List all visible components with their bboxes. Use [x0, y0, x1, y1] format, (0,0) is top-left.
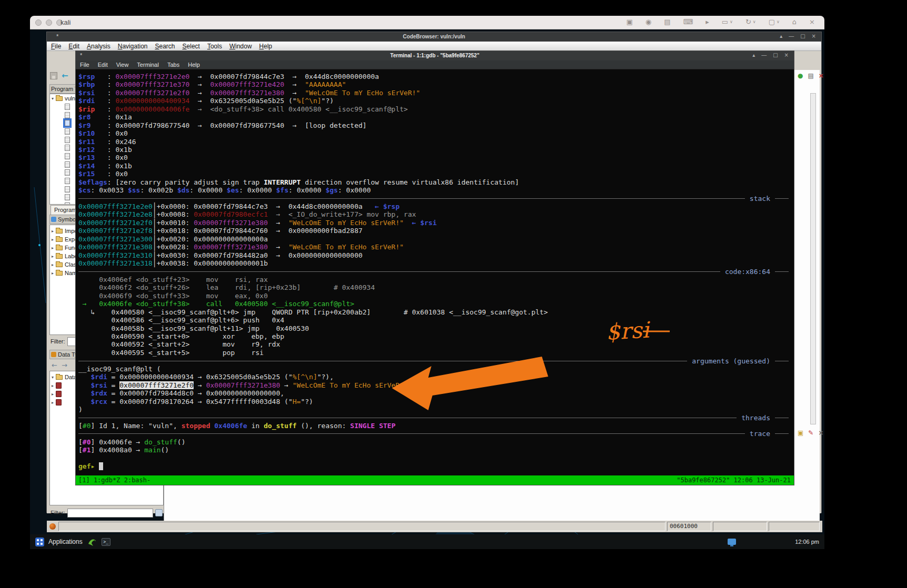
- menu-help[interactable]: Help: [259, 43, 273, 50]
- menu-window[interactable]: Window: [229, 43, 252, 50]
- nav-forward-icon[interactable]: →: [62, 361, 67, 369]
- menu-tools[interactable]: Tools: [207, 43, 222, 50]
- close-icon[interactable]: ×: [812, 33, 816, 39]
- terminal-text-segment: do_stuff: [264, 422, 297, 430]
- minimize-icon[interactable]: ▴: [752, 52, 755, 58]
- eye-icon[interactable]: ◉: [646, 18, 651, 26]
- terminal-output[interactable]: $rsp : 0x00007fff3271e2e0 → 0x00007fd798…: [76, 69, 794, 485]
- separator-line: [78, 271, 720, 272]
- kali-dragon-icon[interactable]: [87, 536, 97, 547]
- menu-navigation[interactable]: Navigation: [118, 43, 148, 50]
- expand-icon[interactable]: ▾: [50, 95, 55, 103]
- menu-edit[interactable]: Edit: [68, 43, 79, 50]
- terminal-text-segment: "WeLcOmE To mY EcHo sErVeR!": [305, 89, 420, 97]
- home-icon[interactable]: ⌂: [792, 18, 797, 26]
- menu-select[interactable]: Select: [183, 43, 200, 50]
- snapshot-icon[interactable]: ▣: [798, 429, 803, 437]
- nav-back-icon[interactable]: ←: [52, 361, 57, 369]
- close-icon[interactable]: ×: [818, 429, 823, 437]
- terminal-line: $rdx = 0x00007fd79844d8c0 → 0x0000000000…: [78, 389, 791, 397]
- separator-line: [78, 433, 745, 434]
- archive-icon: [56, 399, 62, 405]
- save-icon[interactable]: [50, 72, 57, 79]
- terminal-line: $cs: 0x0033 $ss: 0x002b $ds: 0x0000 $es:…: [78, 186, 791, 194]
- section-label: trace: [750, 430, 770, 438]
- expand-icon[interactable]: ▸: [50, 244, 55, 252]
- close-icon[interactable]: ×: [819, 72, 824, 79]
- file-menu-button[interactable]: ▢∨: [769, 18, 780, 26]
- grid-icon[interactable]: ▤: [808, 72, 813, 79]
- terminal-titlebar[interactable]: * Terminal - 1:1:gdb - "5ba9fe867252" ▴ …: [76, 51, 794, 60]
- display-menu-button[interactable]: ▭∨: [722, 18, 733, 26]
- maximize-icon[interactable]: ―: [789, 33, 794, 39]
- terminal-text-segment: $r12: [78, 146, 95, 154]
- snapshot-menu-button[interactable]: ↻∨: [745, 18, 756, 26]
- folder-icon[interactable]: ▤: [664, 18, 670, 26]
- menu-file[interactable]: File: [51, 43, 61, 50]
- filter-options-icon[interactable]: [155, 509, 163, 516]
- expand-icon[interactable]: ▸: [50, 252, 55, 260]
- expand-icon[interactable]: ▸: [50, 227, 55, 235]
- expand-icon[interactable]: ▾: [50, 373, 55, 381]
- menu-file[interactable]: File: [80, 62, 89, 68]
- minimize-icon[interactable]: ▴: [780, 33, 782, 39]
- edit-pencil-icon[interactable]: ✎: [808, 429, 813, 437]
- expand-icon[interactable]: ▸: [50, 399, 55, 407]
- close-icon[interactable]: ×: [809, 18, 815, 26]
- applications-menu-icon[interactable]: [35, 538, 44, 546]
- navigate-back-icon[interactable]: ←: [62, 72, 68, 79]
- pointer-icon[interactable]: ▸: [706, 18, 709, 26]
- expand-icon[interactable]: ▸: [50, 269, 55, 277]
- terminal-text-segment: ] 0x4008a0 →: [90, 446, 144, 454]
- file-icon: [65, 137, 70, 143]
- display-settings-icon[interactable]: [728, 539, 736, 545]
- separator-line: [78, 418, 737, 418]
- terminal-line: gef▸: [78, 462, 791, 470]
- expand-icon[interactable]: ▸: [50, 236, 55, 244]
- gef-section-separator: trace: [78, 430, 789, 438]
- file-icon: [65, 112, 70, 118]
- expand-icon[interactable]: ▸: [50, 390, 55, 398]
- menu-help[interactable]: Help: [188, 62, 200, 68]
- terminal-text-segment: 0x00007fff3271e308: [78, 243, 153, 251]
- terminal-line: $r9 : 0x00007fd798677540 → 0x00007fd7986…: [78, 121, 791, 129]
- close-window-button[interactable]: [35, 19, 42, 26]
- menu-edit[interactable]: Edit: [98, 62, 108, 68]
- terminal-text-segment: :: [95, 97, 115, 105]
- dtm-filter-input[interactable]: [67, 509, 154, 518]
- menu-analysis[interactable]: Analysis: [87, 43, 110, 50]
- terminal-text-segment: → 0x6325005d0a5e5b25 (": [189, 97, 297, 105]
- terminal-launcher-icon[interactable]: >_: [102, 538, 110, 546]
- menu-terminal[interactable]: Terminal: [137, 62, 159, 68]
- terminal-text-segment: : 0x0000: [239, 186, 276, 194]
- terminal-text-segment: [99, 462, 103, 470]
- maximize-icon[interactable]: ―: [761, 52, 767, 58]
- menu-tabs[interactable]: Tabs: [167, 62, 179, 68]
- expand-icon[interactable]: ▸: [50, 261, 55, 269]
- terminal-menubar: File Edit View Terminal Tabs Help: [76, 60, 794, 69]
- expand-icon[interactable]: ▸: [50, 382, 55, 390]
- section-label: arguments (guessed): [692, 357, 770, 365]
- minimize-window-button[interactable]: [46, 19, 52, 26]
- menu-view[interactable]: View: [116, 62, 129, 68]
- applications-menu-button[interactable]: Applications: [48, 538, 83, 545]
- vm-titlebar[interactable]: kali ▣ ◉ ▤ ⌨ ▸ ▭∨ ↻∨ ▢∨ ⌂ ×: [30, 16, 824, 29]
- file-icon: [65, 153, 70, 159]
- terminal-text-segment: : 0x1b: [95, 162, 132, 170]
- terminal-text-segment: $rsi: [78, 381, 107, 389]
- restore-icon[interactable]: □: [773, 52, 778, 58]
- screenshot-icon[interactable]: ▣: [627, 18, 633, 26]
- ghidra-titlebar[interactable]: * CodeBrowser: vuln:/vuln ▴ ― □ ×: [47, 32, 821, 42]
- terminal-text-segment: │+0x0038: 0x000000000000001b: [153, 259, 268, 267]
- terminal-text-segment: :: [95, 73, 115, 80]
- listing-scrollbar[interactable]: [810, 93, 816, 424]
- menu-search[interactable]: Search: [155, 43, 175, 50]
- restore-icon[interactable]: □: [800, 33, 805, 39]
- keyboard-icon[interactable]: ⌨: [683, 18, 693, 26]
- terminal-line: $r12 : 0x1b: [78, 146, 791, 154]
- terminal-line: __isoc99_scanf@plt (: [78, 365, 791, 373]
- close-icon[interactable]: ×: [784, 52, 789, 58]
- status-dot-icon[interactable]: ●: [798, 72, 803, 79]
- file-icon: [65, 169, 70, 176]
- terminal-text-segment: INTERRUPT: [264, 178, 300, 186]
